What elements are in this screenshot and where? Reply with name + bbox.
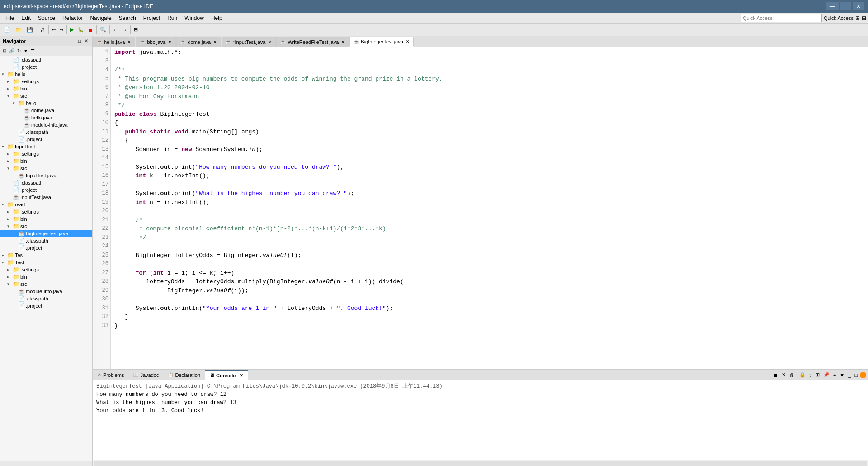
tab-close[interactable]: ✕ [341,40,345,44]
tb-redo[interactable]: ↪ [58,26,65,33]
tree-item[interactable]: ▾📁hello [0,100,92,107]
tree-item[interactable]: 📄.project [0,302,92,309]
console-btn-remove[interactable]: ✕ [780,371,787,378]
menu-file[interactable]: File [2,14,18,22]
tree-item[interactable]: 📄.project [0,186,92,194]
tb-debug[interactable]: 🐛 [76,26,86,33]
tree-item[interactable]: ▾📁InputTest [0,143,92,150]
tree-item[interactable]: ☕module-info.java [0,288,92,295]
tree-item[interactable]: 📄.classpath [0,56,92,63]
tree-item[interactable]: ▸📁.settings [0,266,92,273]
menu-source[interactable]: Source [34,14,59,22]
console-btn-new[interactable]: + [832,372,837,378]
tree-item[interactable]: ▸📁bin [0,273,92,281]
console-btn-menu[interactable]: ▼ [838,372,846,378]
tab-close[interactable]: ✕ [406,39,410,44]
code-editor[interactable]: 1345678910111213141516171819202122232425… [93,47,868,369]
editor-tab[interactable]: ☕dome.java✕ [176,37,221,47]
tree-item[interactable]: 📄.classpath [0,128,92,136]
menu-project[interactable]: Project [140,14,164,22]
tree-item[interactable]: ▸📁bin [0,85,92,92]
nav-menu[interactable]: ☰ [30,48,36,54]
console-tab-close[interactable]: ✕ [240,373,243,378]
tab-close[interactable]: ✕ [127,40,131,44]
tree-item[interactable]: ▾📁src [0,281,92,288]
tb-print[interactable]: 🖨 [38,26,47,33]
tb-search[interactable]: 🔍 [98,26,108,33]
nav-sync[interactable]: ↻ [16,48,22,54]
editor-tab[interactable]: ☕bbc.java✕ [136,37,176,47]
tree-item[interactable]: 📄.classpath [0,179,92,186]
tab-close[interactable]: ✕ [268,40,272,44]
nav-collapse-all[interactable]: ⊟ [2,48,7,54]
tree-item[interactable]: ☕InputTest.java [0,172,92,179]
tb-run[interactable]: ▶ [68,26,75,33]
bottom-scrollbar[interactable] [93,460,868,466]
tree-item[interactable]: ▾📁read [0,201,92,208]
tb-next[interactable]: → [120,26,129,33]
console-tab-console[interactable]: 🖥 Console ✕ [205,370,248,380]
tree-item[interactable]: ☕module-info.java [0,121,92,128]
tree-item[interactable]: ▸📁bin [0,215,92,223]
tree-item[interactable]: 📄.classpath [0,295,92,302]
nav-minimize[interactable]: _ [71,38,76,44]
console-btn-2[interactable]: ⊞ [814,371,821,378]
nav-link-editor[interactable]: 🔗 [8,48,15,54]
tab-close[interactable]: ✕ [213,40,217,44]
tree-item[interactable]: ☕dome.java [0,107,92,114]
console-btn-minimize[interactable]: _ [847,372,852,378]
menu-edit[interactable]: Edit [18,14,34,22]
menu-search[interactable]: Search [115,14,140,22]
console-tab-declaration[interactable]: 📋 Declaration [163,370,205,380]
tree-item[interactable]: ▾📁Test [0,259,92,266]
editor-tab[interactable]: ☕*InputTest.java✕ [222,37,276,47]
h-scroll-track[interactable] [94,461,867,466]
tb-new[interactable]: 📄 [2,25,13,34]
console-tab-javadoc[interactable]: 📖 Javadoc [128,370,163,380]
toolbar-icon-1[interactable]: ⊞ [855,15,860,21]
tree-item[interactable]: ☕InputTest.java [0,194,92,201]
menu-refactor[interactable]: Refactor [59,14,86,22]
tb-save[interactable]: 💾 [24,25,35,34]
console-btn-pin[interactable]: 📌 [822,371,831,378]
quick-access-input[interactable] [741,14,822,22]
menu-run[interactable]: Run [164,14,181,22]
editor-tab[interactable]: ☕hello.java✕ [93,37,135,47]
console-btn-terminate[interactable]: ⏹ [772,372,779,378]
tree-item[interactable]: ▸📁.settings [0,150,92,157]
tree-item[interactable]: ▾📁src [0,92,92,100]
tb-prev[interactable]: ← [111,26,120,33]
nav-filter[interactable]: ▼ [23,48,29,54]
tree-item[interactable]: ☕hello.java [0,114,92,121]
maximize-button[interactable]: □ [840,2,851,10]
tree-item[interactable]: ▾📁src [0,223,92,230]
tb-perspective[interactable]: ⊞ [132,26,140,33]
tab-close[interactable]: ✕ [168,40,172,44]
nav-close[interactable]: ✕ [83,38,90,44]
toolbar-icon-2[interactable]: ⊟ [862,15,866,21]
menu-window[interactable]: Window [181,14,208,22]
tree-item[interactable]: ▸📁.settings [0,208,92,215]
console-btn-scroll-lock[interactable]: 🔒 [798,371,807,378]
tree-item[interactable]: 📄.project [0,63,92,71]
console-tab-problems[interactable]: ⚠ Problems [93,370,128,380]
tree-item[interactable]: ▸📁Tes [0,252,92,259]
editor-tab[interactable]: ☕BigIntegerTest.java✕ [349,37,414,47]
minimize-button[interactable]: — [826,2,839,10]
tree-item[interactable]: 📄.project [0,244,92,252]
tree-item[interactable]: 📄.project [0,136,92,143]
tree-item[interactable]: ▾📁hello [0,71,92,78]
console-output[interactable]: BigIntegerTest [Java Application] C:\Pro… [93,380,868,460]
menu-navigate[interactable]: Navigate [86,14,115,22]
console-btn-maximize[interactable]: □ [853,372,859,378]
nav-maximize[interactable]: □ [77,38,82,44]
tree-item[interactable]: ▸📁bin [0,157,92,165]
console-btn-1[interactable]: ↕ [808,372,813,378]
tb-stop[interactable]: ⏹ [86,26,95,33]
navigator-bottom-scroll[interactable] [0,461,92,466]
editor-tab[interactable]: ☕WriteReadFileTest.java✕ [276,37,349,47]
tb-undo[interactable]: ↩ [50,26,57,33]
console-btn-clear[interactable]: 🗑 [788,372,796,378]
tree-item[interactable]: 📄.classpath [0,237,92,244]
tree-item[interactable]: ▾📁src [0,165,92,172]
